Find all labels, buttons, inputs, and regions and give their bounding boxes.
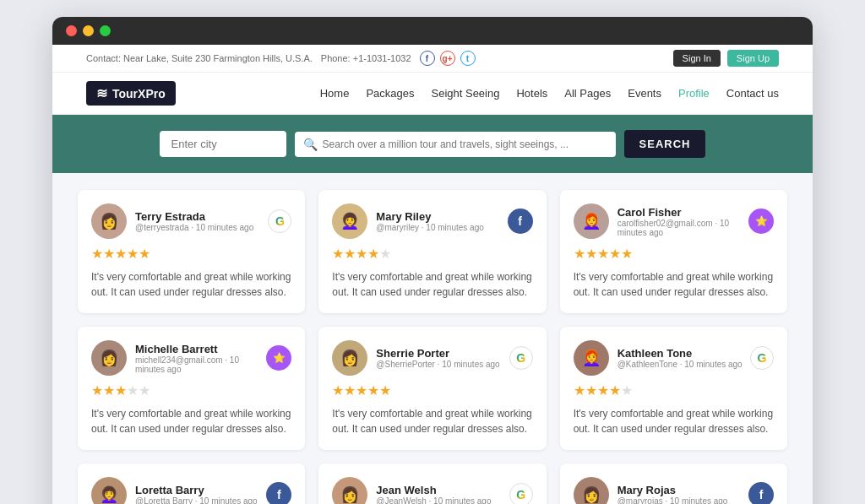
search-icon: 🔍	[303, 138, 318, 151]
social-icons: f g+ t	[420, 51, 476, 66]
reviewer-name: Sherrie Porter	[376, 347, 499, 360]
reviewer-left: 👩‍🦰 Carol Fisher carolfisher02@gmail.com…	[574, 203, 748, 239]
review-card: 👩‍🦱 Mary Riley @maryriley · 10 minutes a…	[318, 190, 546, 313]
reviewer-header: 👩‍🦱 Loretta Barry @Loretta Barry · 10 mi…	[91, 477, 291, 504]
reviewer-name: Loretta Barry	[135, 484, 258, 496]
reviewer-name: Mary Rojas	[617, 484, 728, 496]
star: ★	[356, 383, 367, 398]
star: ★	[597, 247, 609, 261]
reviewer-left: 👩 Mary Rojas @maryrojas · 10 minutes ago	[574, 477, 728, 504]
star: ★	[139, 383, 150, 398]
avatar: 👩‍🦰	[574, 203, 609, 239]
nav-sightseeing[interactable]: Seight Seeing	[432, 87, 500, 100]
avatar: 👩‍🦱	[91, 477, 127, 504]
nav-home[interactable]: Home	[320, 87, 350, 100]
minimize-dot[interactable]	[83, 25, 94, 36]
avatar: 👩	[332, 477, 367, 504]
reviewer-left: 👩 Jean Welsh @JeanWelsh · 10 minutes ago	[332, 477, 491, 504]
contact-text: Contact: Near Lake, Suite 230 Farmington…	[86, 53, 313, 63]
star: ★	[367, 383, 379, 398]
reviewer-header: 👩 Terry Estrada @terryestrada · 10 minut…	[91, 203, 291, 239]
reviewer-meta: @maryriley · 10 minutes ago	[376, 223, 483, 232]
search-button[interactable]: SEARCH	[624, 130, 706, 158]
reviewer-meta: @KathleenTone · 10 minutes ago	[617, 360, 743, 369]
logo-icon: ≋	[96, 85, 107, 101]
reviewer-name: Carol Fisher	[617, 206, 748, 219]
signin-button[interactable]: Sign In	[673, 50, 721, 67]
nav-profile[interactable]: Profile	[678, 87, 710, 100]
nav-links: Home Packages Seight Seeing Hotels All P…	[320, 87, 779, 100]
stars: ★★★★★	[91, 247, 291, 261]
logo-text: TourXPro	[112, 87, 166, 100]
star: ★	[574, 247, 585, 261]
reviews-grid: 👩 Terry Estrada @terryestrada · 10 minut…	[78, 190, 787, 504]
search-wrap: 🔍	[295, 132, 616, 157]
star: ★	[115, 383, 127, 398]
star: ★	[574, 383, 585, 398]
star: ★	[332, 383, 344, 398]
facebook-icon: f	[266, 482, 291, 504]
stars: ★★★★★	[91, 384, 291, 398]
auth-buttons: Sign In Sign Up	[673, 50, 779, 67]
search-section: 🔍 SEARCH	[52, 115, 813, 173]
star: ★	[379, 247, 391, 261]
nav-packages[interactable]: Packages	[366, 87, 414, 100]
star: ★	[103, 383, 115, 398]
star: ★	[585, 247, 597, 261]
star: ★	[609, 247, 621, 261]
reviewer-info: Carol Fisher carolfisher02@gmail.com · 1…	[617, 206, 748, 237]
review-card: 👩 Terry Estrada @terryestrada · 10 minut…	[78, 190, 305, 313]
city-input[interactable]	[160, 131, 286, 157]
signup-button[interactable]: Sign Up	[727, 50, 779, 67]
avatar: 👩	[91, 203, 127, 239]
reviewer-info: Mary Rojas @maryrojas · 10 minutes ago	[617, 484, 728, 504]
review-card: 👩‍🦱 Loretta Barry @Loretta Barry · 10 mi…	[78, 463, 305, 504]
maximize-dot[interactable]	[100, 25, 111, 36]
reviewer-meta: @SherriePorter · 10 minutes ago	[376, 360, 499, 369]
star: ★	[91, 383, 103, 398]
review-card: 👩 Jean Welsh @JeanWelsh · 10 minutes ago…	[318, 463, 546, 504]
star: ★	[356, 247, 367, 261]
star: ★	[367, 247, 379, 261]
search-input[interactable]	[323, 132, 607, 157]
reviewer-info: Terry Estrada @terryestrada · 10 minutes…	[135, 210, 253, 232]
reviewer-header: 👩‍🦰 Carol Fisher carolfisher02@gmail.com…	[574, 203, 774, 239]
reviewer-header: 👩 Jean Welsh @JeanWelsh · 10 minutes ago…	[332, 477, 532, 504]
nav-bar: ≋ TourXPro Home Packages Seight Seeing H…	[52, 73, 813, 115]
reviewer-name: Jean Welsh	[376, 484, 491, 496]
star: ★	[91, 247, 103, 261]
twitter-icon[interactable]: t	[460, 51, 476, 66]
review-card: 👩 Sherrie Porter @SherriePorter · 10 min…	[318, 327, 546, 450]
reviewer-meta: @maryrojas · 10 minutes ago	[617, 496, 728, 504]
reviewer-name: Mary Riley	[376, 210, 483, 223]
nav-hotels[interactable]: Hotels	[516, 87, 547, 100]
chat-icon: ⭐	[748, 209, 774, 234]
review-card: 👩‍🦰 Kathleen Tone @KathleenTone · 10 min…	[560, 327, 787, 450]
star: ★	[139, 247, 150, 261]
contact-info: Contact: Near Lake, Suite 230 Farmington…	[86, 51, 476, 66]
facebook-icon[interactable]: f	[420, 51, 435, 66]
reviewer-info: Kathleen Tone @KathleenTone · 10 minutes…	[617, 347, 743, 369]
stars: ★★★★★	[332, 384, 532, 398]
close-dot[interactable]	[66, 25, 77, 36]
facebook-icon: f	[508, 209, 533, 234]
reviewer-meta: michell234@gmail.com · 10 minutes ago	[135, 355, 266, 374]
facebook-icon: f	[748, 482, 774, 504]
star: ★	[585, 383, 597, 398]
reviewer-info: Jean Welsh @JeanWelsh · 10 minutes ago	[376, 484, 491, 504]
reviewer-left: 👩‍🦰 Kathleen Tone @KathleenTone · 10 min…	[574, 340, 743, 376]
nav-contact[interactable]: Contact us	[726, 87, 779, 100]
reviewer-left: 👩 Michelle Barrett michell234@gmail.com …	[91, 340, 266, 376]
logo[interactable]: ≋ TourXPro	[86, 81, 176, 106]
reviewer-header: 👩 Mary Rojas @maryrojas · 10 minutes ago…	[574, 477, 774, 504]
avatar: 👩	[574, 477, 609, 504]
reviewer-left: 👩‍🦱 Mary Riley @maryriley · 10 minutes a…	[332, 203, 483, 239]
avatar: 👩‍🦱	[332, 203, 367, 239]
stars: ★★★★★	[574, 384, 774, 398]
googleplus-icon[interactable]: g+	[440, 51, 455, 66]
reviewer-left: 👩 Sherrie Porter @SherriePorter · 10 min…	[332, 340, 499, 376]
nav-allpages[interactable]: All Pages	[564, 87, 611, 100]
nav-events[interactable]: Events	[628, 87, 661, 100]
star: ★	[344, 383, 356, 398]
review-card: 👩‍🦰 Carol Fisher carolfisher02@gmail.com…	[560, 190, 787, 313]
